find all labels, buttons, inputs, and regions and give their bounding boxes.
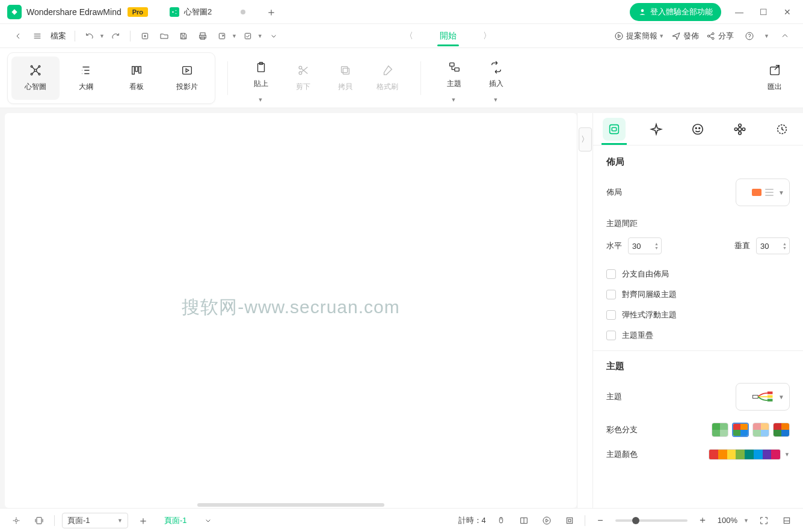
- overlap-checkbox-row[interactable]: 主題重疊: [606, 330, 790, 341]
- file-menu[interactable]: 檔案: [48, 31, 69, 41]
- more-quick-button[interactable]: [265, 28, 282, 44]
- canvas[interactable]: 搜软网-www.secruan.com: [5, 113, 577, 502]
- back-button[interactable]: [10, 28, 26, 44]
- start-tab[interactable]: 開始: [437, 26, 459, 46]
- zoom-out-button[interactable]: −: [592, 513, 608, 528]
- undo-button[interactable]: [81, 28, 98, 44]
- export-button[interactable]: 匯出: [754, 57, 796, 100]
- fit-button[interactable]: [31, 513, 47, 528]
- task-dropdown[interactable]: ▼: [257, 33, 263, 39]
- copy-button[interactable]: 拷貝: [324, 57, 366, 100]
- spinner-icon[interactable]: ▲▼: [783, 242, 787, 250]
- panel-tabs: [593, 113, 803, 145]
- help-button[interactable]: [741, 28, 758, 44]
- focus-mode-button[interactable]: [562, 513, 577, 528]
- spinner-icon[interactable]: ▲▼: [654, 242, 659, 250]
- checkbox-icon[interactable]: [606, 269, 616, 279]
- page-menu-button[interactable]: [200, 513, 216, 528]
- svg-rect-54: [784, 518, 789, 523]
- svg-point-11: [707, 35, 709, 37]
- open-button[interactable]: [156, 28, 173, 44]
- horizontal-scrollbar[interactable]: [5, 502, 577, 508]
- checkbox-icon[interactable]: [606, 290, 616, 299]
- redo-button[interactable]: [107, 28, 124, 44]
- cut-button[interactable]: 剪下: [282, 57, 324, 100]
- paste-button[interactable]: 貼上: [240, 54, 282, 97]
- chevron-down-icon: ▼: [784, 451, 790, 457]
- format-painter-button[interactable]: 格式刷: [366, 57, 408, 100]
- present-button[interactable]: 提案簡報 ▼: [614, 31, 664, 41]
- chevron-down-icon: ▼: [778, 394, 784, 400]
- tab-name: 心智圖2: [184, 7, 212, 17]
- checkbox-icon[interactable]: [606, 310, 616, 320]
- theme-color-selector[interactable]: ▼: [709, 449, 790, 460]
- undo-dropdown[interactable]: ▼: [99, 33, 105, 39]
- print-button[interactable]: [194, 28, 211, 44]
- panel-tab-icons[interactable]: [719, 113, 761, 145]
- prev-tab-button[interactable]: 〈: [405, 31, 413, 41]
- free-layout-checkbox-row[interactable]: 分支自由佈局: [606, 269, 790, 280]
- export-dropdown[interactable]: ▼: [232, 33, 237, 39]
- kanban-view-button[interactable]: 看板: [112, 57, 161, 100]
- login-button[interactable]: 登入體驗全部功能: [630, 3, 721, 21]
- svg-point-3: [641, 9, 644, 12]
- panel-tab-emoji[interactable]: [677, 113, 719, 145]
- page-selector[interactable]: 頁面-1 ▼: [62, 513, 128, 528]
- zoom-dropdown[interactable]: ▼: [743, 518, 749, 524]
- swatch-green[interactable]: [712, 423, 728, 437]
- page-tab-active[interactable]: 頁面-1: [158, 515, 193, 526]
- add-tab-button[interactable]: ＋: [262, 3, 280, 21]
- pro-badge: Pro: [128, 7, 148, 17]
- svg-point-40: [739, 132, 742, 135]
- minimize-button[interactable]: —: [728, 3, 750, 21]
- mindmap-view-button[interactable]: 心智圖: [11, 57, 60, 100]
- outline-view-button[interactable]: 大綱: [62, 57, 110, 100]
- slide-view-button[interactable]: 投影片: [163, 57, 211, 100]
- collapse-panel-button[interactable]: 〉: [579, 127, 592, 151]
- scrollbar-thumb[interactable]: [197, 503, 384, 507]
- zoom-slider[interactable]: [615, 519, 688, 522]
- zoom-in-button[interactable]: ＋: [695, 513, 710, 528]
- floating-topic-checkbox-row[interactable]: 彈性式浮動主題: [606, 310, 790, 320]
- new-button[interactable]: [137, 28, 153, 44]
- publish-button[interactable]: 發佈: [671, 31, 699, 41]
- menu-button[interactable]: [29, 28, 46, 44]
- document-tab[interactable]: 心智圖2: [160, 0, 255, 23]
- svg-rect-23: [183, 67, 192, 75]
- topic-dropdown[interactable]: ▼: [451, 97, 457, 103]
- share-button[interactable]: 分享: [706, 31, 734, 41]
- locate-button[interactable]: [8, 513, 24, 528]
- insert-button[interactable]: 插入: [475, 54, 517, 97]
- layout-selector[interactable]: ▼: [736, 179, 790, 206]
- paste-dropdown[interactable]: ▼: [258, 97, 263, 103]
- add-page-button[interactable]: ＋: [135, 513, 151, 528]
- save-button[interactable]: [175, 28, 192, 44]
- fullscreen-button[interactable]: [756, 513, 772, 528]
- collapse-status-button[interactable]: [779, 513, 795, 528]
- swatch-rainbow[interactable]: [732, 423, 749, 437]
- book-mode-button[interactable]: [516, 513, 532, 528]
- sparkle-icon: [650, 123, 663, 136]
- horizontal-spacing-input[interactable]: 30 ▲▼: [628, 237, 662, 254]
- panel-tab-style[interactable]: [635, 113, 677, 145]
- zoom-slider-thumb[interactable]: [632, 517, 639, 524]
- vertical-spacing-input[interactable]: 30 ▲▼: [756, 237, 790, 254]
- checkbox-icon[interactable]: [606, 331, 616, 340]
- insert-dropdown[interactable]: ▼: [493, 97, 499, 103]
- topic-button[interactable]: 主題: [433, 54, 475, 97]
- chevron-down-icon: ▼: [778, 189, 784, 196]
- present-mode-button[interactable]: [539, 513, 555, 528]
- panel-tab-history[interactable]: [761, 113, 803, 145]
- maximize-button[interactable]: ☐: [752, 3, 774, 21]
- next-tab-button[interactable]: 〉: [483, 31, 491, 41]
- panel-tab-layout[interactable]: [593, 113, 635, 145]
- swatch-pastel[interactable]: [752, 423, 769, 437]
- mouse-mode-button[interactable]: [493, 513, 509, 528]
- theme-selector[interactable]: ▼: [736, 383, 790, 411]
- export-quick-button[interactable]: [214, 28, 230, 44]
- swatch-vivid[interactable]: [773, 423, 790, 437]
- task-button[interactable]: [239, 28, 256, 44]
- align-siblings-checkbox-row[interactable]: 對齊同層級主題: [606, 289, 790, 300]
- collapse-ribbon-button[interactable]: [777, 28, 793, 44]
- close-button[interactable]: ✕: [777, 3, 798, 21]
